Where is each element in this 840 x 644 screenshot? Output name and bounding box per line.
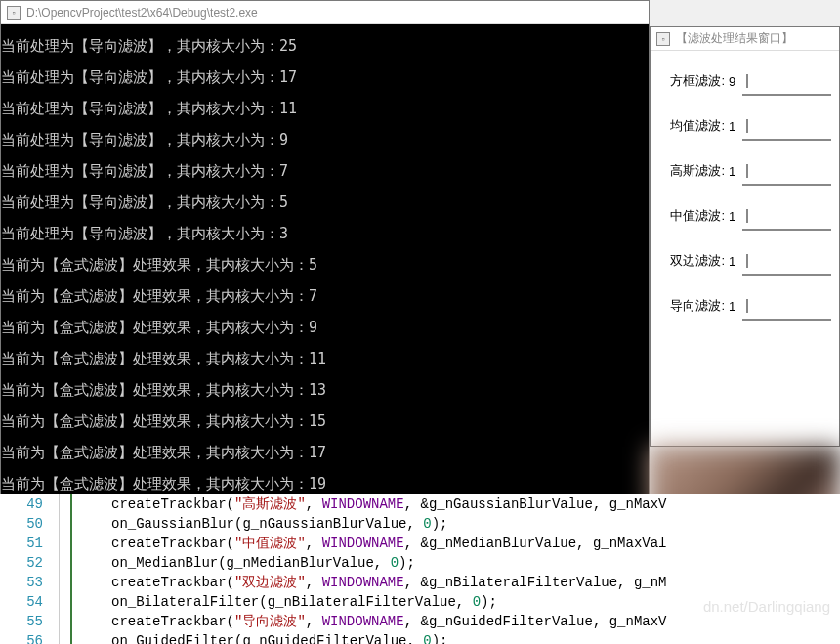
console-line: 当前为【盒式滤波】处理效果，其内核大小为：11 (1, 343, 649, 374)
trackbar-slider[interactable] (742, 111, 831, 141)
console-line: 当前处理为【导向滤波】，其内核大小为：5 (1, 187, 649, 218)
code-line[interactable]: createTrackbar("中值滤波", WINDOWNAME, &g_nM… (111, 534, 840, 553)
code-line[interactable]: createTrackbar("高斯滤波", WINDOWNAME, &g_nG… (111, 494, 840, 514)
trackbar-value: 1 (729, 209, 742, 224)
console-titlebar[interactable]: ▫ D:\OpencvProject\test2\x64\Debug\test2… (1, 1, 649, 24)
trackbar-row: 双边滤波:1 (658, 242, 831, 279)
line-number: 54 (0, 592, 43, 612)
trackbar-value: 1 (729, 299, 742, 314)
trackbar-label: 高斯滤波: (658, 162, 729, 180)
line-gutter: 4950515253545556 (0, 494, 59, 644)
trackbar-title: 【滤波处理结果窗口】 (676, 30, 793, 47)
console-line: 当前为【盒式滤波】处理效果，其内核大小为：9 (1, 312, 649, 343)
trackbar-label: 中值滤波: (658, 207, 729, 225)
line-number: 50 (0, 514, 43, 534)
console-line: 当前为【盒式滤波】处理效果，其内核大小为：13 (1, 374, 649, 406)
code-editor[interactable]: 4950515253545556 createTrackbar("高斯滤波", … (0, 494, 840, 644)
console-line: 当前处理为【导向滤波】，其内核大小为：3 (1, 218, 649, 249)
trackbar-slider[interactable] (742, 246, 831, 276)
console-line: 当前为【盒式滤波】处理效果，其内核大小为：17 (1, 437, 649, 468)
console-line: 当前为【盒式滤波】处理效果，其内核大小为：15 (1, 406, 649, 437)
line-number: 55 (0, 612, 43, 631)
trackbar-label: 双边滤波: (658, 252, 729, 270)
trackbar-slider[interactable] (742, 156, 831, 186)
line-number: 53 (0, 573, 43, 592)
line-number: 51 (0, 534, 43, 553)
console-line: 当前处理为【导向滤波】，其内核大小为：25 (1, 30, 649, 62)
trackbar-slider[interactable] (742, 66, 831, 96)
line-number: 52 (0, 553, 43, 573)
trackbar-body: 方框滤波:9均值滤波:1高斯滤波:1中值滤波:1双边滤波:1导向滤波:1 (651, 51, 839, 344)
console-line: 当前处理为【导向滤波】，其内核大小为：11 (1, 93, 649, 124)
console-window: ▫ D:\OpencvProject\test2\x64\Debug\test2… (0, 0, 650, 494)
console-line: 当前为【盒式滤波】处理效果，其内核大小为：19 (1, 468, 649, 494)
trackbar-row: 高斯滤波:1 (658, 152, 831, 190)
code-line[interactable]: on_GaussianBlur(g_nGaussianBlurValue, 0)… (111, 514, 840, 534)
trackbar-row: 方框滤波:9 (658, 63, 831, 100)
code-line[interactable]: createTrackbar("双边滤波", WINDOWNAME, &g_nB… (111, 573, 840, 592)
trackbar-slider[interactable] (742, 201, 831, 231)
trackbar-slider[interactable] (742, 291, 831, 321)
trackbar-row: 中值滤波:1 (658, 197, 831, 235)
console-title: D:\OpencvProject\test2\x64\Debug\test2.e… (26, 6, 258, 20)
trackbar-value: 1 (729, 254, 742, 269)
code-line[interactable]: on_GuidedFilter(g_nGuidedFilterValue, 0)… (111, 631, 840, 644)
trackbar-value: 9 (729, 74, 742, 89)
app-icon: ▫ (7, 6, 21, 20)
trackbar-window: ▫ 【滤波处理结果窗口】 方框滤波:9均值滤波:1高斯滤波:1中值滤波:1双边滤… (650, 26, 840, 447)
trackbar-row: 导向滤波:1 (658, 287, 831, 324)
console-output: 当前处理为【导向滤波】，其内核大小为：25当前处理为【导向滤波】，其内核大小为：… (1, 24, 649, 494)
console-line: 当前处理为【导向滤波】，其内核大小为：9 (1, 124, 649, 155)
line-number: 49 (0, 494, 43, 514)
trackbar-label: 方框滤波: (658, 72, 729, 90)
trackbar-value: 1 (729, 119, 742, 134)
console-line: 当前为【盒式滤波】处理效果，其内核大小为：5 (1, 249, 649, 280)
code-line[interactable]: createTrackbar("导向滤波", WINDOWNAME, &g_nG… (111, 612, 840, 631)
console-line: 当前处理为【导向滤波】，其内核大小为：7 (1, 155, 649, 187)
app-icon: ▫ (656, 32, 670, 46)
code-body[interactable]: createTrackbar("高斯滤波", WINDOWNAME, &g_nG… (72, 494, 840, 644)
trackbar-titlebar[interactable]: ▫ 【滤波处理结果窗口】 (651, 27, 839, 51)
fold-margin[interactable] (59, 494, 72, 644)
console-line: 当前处理为【导向滤波】，其内核大小为：17 (1, 62, 649, 93)
trackbar-row: 均值滤波:1 (658, 107, 831, 145)
trackbar-label: 均值滤波: (658, 117, 729, 135)
code-line[interactable]: on_MedianBlur(g_nMedianBlurValue, 0); (111, 553, 840, 573)
trackbar-value: 1 (729, 164, 742, 179)
trackbar-label: 导向滤波: (658, 297, 729, 315)
line-number: 56 (0, 631, 43, 644)
watermark: dn.net/Darlingqiang (703, 598, 830, 615)
console-line: 当前为【盒式滤波】处理效果，其内核大小为：7 (1, 280, 649, 312)
